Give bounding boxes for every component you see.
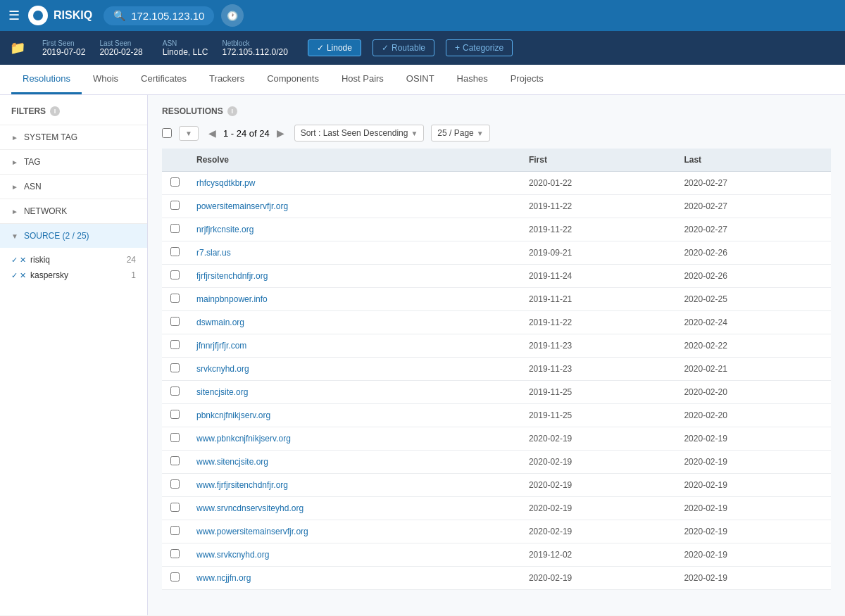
row-checkbox[interactable] <box>170 410 180 419</box>
categorize-button[interactable]: + Categorize <box>446 39 513 56</box>
resolve-link[interactable]: www.pbnkcnjfnikjserv.org <box>196 434 291 444</box>
resolve-link[interactable]: jfnnrjfjrfjr.com <box>196 341 246 351</box>
tab-trackers[interactable]: Trackers <box>198 65 256 94</box>
row-checkbox[interactable] <box>170 503 180 512</box>
table-row: www.sitencjsite.org 2020-02-19 2020-02-1… <box>162 451 831 474</box>
filter-network-header[interactable]: ► NETWORK <box>0 199 147 223</box>
row-checkbox[interactable] <box>170 433 180 442</box>
prev-page-button[interactable]: ◀ <box>206 126 219 140</box>
row-checkbox[interactable] <box>170 572 180 582</box>
row-checkbox[interactable] <box>170 549 180 558</box>
tab-projects[interactable]: Projects <box>499 65 555 94</box>
menu-icon[interactable]: ☰ <box>8 8 20 23</box>
select-dropdown[interactable]: ▼ <box>179 126 199 141</box>
resolve-link[interactable]: rhfcysqdtkbr.pw <box>196 178 255 188</box>
row-checkbox[interactable] <box>170 201 180 210</box>
row-checkbox[interactable] <box>170 386 180 396</box>
row-first-cell: 2019-11-23 <box>520 334 676 358</box>
checkmark-icon: ✓ <box>11 256 18 265</box>
row-resolve-cell: nrjfjrkcnsite.org <box>188 218 520 241</box>
table-row: www.pbnkcnjfnikjserv.org 2020-02-19 2020… <box>162 427 831 451</box>
logo: RISKIQ <box>28 6 92 25</box>
row-checkbox[interactable] <box>170 526 180 535</box>
per-page-label: 25 / Page <box>437 128 473 138</box>
tab-hashes[interactable]: Hashes <box>446 65 499 94</box>
x-icon: ✕ <box>20 256 26 265</box>
tab-host-pairs[interactable]: Host Pairs <box>330 65 395 94</box>
select-all-checkbox[interactable] <box>162 128 172 138</box>
row-last-cell: 2020-02-26 <box>675 265 831 288</box>
row-last-cell: 2020-02-25 <box>675 288 831 311</box>
row-checkbox[interactable] <box>170 270 180 279</box>
page-nav: ◀ 1 - 24 of 24 ▶ <box>206 126 287 140</box>
resolve-link[interactable]: www.srvkcnyhd.org <box>196 550 269 560</box>
filter-tag-header[interactable]: ► TAG <box>0 150 147 174</box>
filters-info-icon[interactable]: i <box>50 106 60 116</box>
table-row: www.ncjjfn.org 2020-02-19 2020-02-19 <box>162 567 831 590</box>
resolve-link[interactable]: www.srvncdnservsiteyhd.org <box>196 503 303 513</box>
resolve-link[interactable]: www.fjrfjrsitenchdnfjr.org <box>196 480 288 490</box>
linode-tag-button[interactable]: ✓ Linode <box>308 39 361 56</box>
row-last-cell: 2020-02-21 <box>675 358 831 381</box>
filter-asn-header[interactable]: ► ASN <box>0 175 147 199</box>
routable-tag-button[interactable]: ✓ Routable <box>373 39 434 56</box>
row-checkbox[interactable] <box>170 224 180 233</box>
resolve-link[interactable]: www.sitencjsite.org <box>196 457 268 467</box>
resolve-link[interactable]: sitencjsite.org <box>196 387 248 397</box>
tab-osint[interactable]: OSINT <box>395 65 446 94</box>
resolve-link[interactable]: dswmain.org <box>196 318 244 327</box>
clock-button[interactable]: 🕐 <box>221 4 244 27</box>
linode-tag-label: Linode <box>327 43 352 53</box>
row-resolve-cell: mainpbnpower.info <box>188 288 520 311</box>
search-bar[interactable]: 🔍 172.105.123.10 <box>104 6 214 25</box>
resolutions-info-icon[interactable]: i <box>227 106 237 116</box>
source-name-kaspersky[interactable]: kaspersky <box>30 270 127 280</box>
row-checkbox[interactable] <box>170 363 180 372</box>
row-checkbox[interactable] <box>170 317 180 326</box>
source-name-riskiq[interactable]: riskiq <box>30 255 123 265</box>
row-checkbox[interactable] <box>170 177 180 187</box>
first-seen-info: First Seen 2019-07-02 <box>42 39 85 57</box>
tab-certificates[interactable]: Certificates <box>130 65 198 94</box>
resolve-link[interactable]: powersitemainservfjr.org <box>196 201 288 211</box>
tab-resolutions[interactable]: Resolutions <box>11 65 82 94</box>
resolve-link[interactable]: www.ncjjfn.org <box>196 573 251 583</box>
row-first-cell: 2020-02-19 <box>520 427 676 451</box>
resolve-link[interactable]: nrjfjrkcnsite.org <box>196 225 254 234</box>
resolve-link[interactable]: srvkcnyhd.org <box>196 364 249 374</box>
row-last-cell: 2020-02-24 <box>675 311 831 334</box>
row-resolve-cell: www.fjrfjrsitenchdnfjr.org <box>188 474 520 497</box>
row-checkbox[interactable] <box>170 479 180 489</box>
resolve-link[interactable]: pbnkcnjfnikjserv.org <box>196 410 270 420</box>
resolve-link[interactable]: fjrfjrsitenchdnfjr.org <box>196 271 268 281</box>
row-checkbox[interactable] <box>170 294 180 303</box>
col-last[interactable]: Last <box>675 149 831 172</box>
tab-components[interactable]: Components <box>256 65 330 94</box>
per-page-dropdown[interactable]: 25 / Page ▼ <box>431 125 489 142</box>
resolve-link[interactable]: mainpbnpower.info <box>196 294 268 304</box>
row-checkbox-cell <box>162 451 188 474</box>
filter-system-tag-header[interactable]: ► SYSTEM TAG <box>0 125 147 149</box>
resolve-link[interactable]: r7.slar.us <box>196 248 231 258</box>
folder-icon: 📁 <box>10 40 25 56</box>
sort-dropdown[interactable]: Sort : Last Seen Descending ▼ <box>294 125 425 142</box>
col-first[interactable]: First <box>520 149 676 172</box>
filter-source-header[interactable]: ▼ SOURCE (2 / 25) <box>0 224 147 248</box>
netblock-label: Netblock <box>223 39 288 47</box>
row-resolve-cell: rhfcysqdtkbr.pw <box>188 172 520 195</box>
next-page-button[interactable]: ▶ <box>274 126 287 140</box>
filter-section-asn: ► ASN <box>0 174 147 199</box>
row-first-cell: 2020-02-19 <box>520 474 676 497</box>
table-row: pbnkcnjfnikjserv.org 2019-11-25 2020-02-… <box>162 404 831 427</box>
col-resolve[interactable]: Resolve <box>188 149 520 172</box>
row-checkbox[interactable] <box>170 340 180 349</box>
table-row: powersitemainservfjr.org 2019-11-22 2020… <box>162 195 831 218</box>
row-resolve-cell: srvkcnyhd.org <box>188 358 520 381</box>
row-checkbox[interactable] <box>170 456 180 465</box>
resolutions-table: Resolve First Last rhfcysqdtkbr.pw 2020-… <box>162 149 831 590</box>
table-row: dswmain.org 2019-11-22 2020-02-24 <box>162 311 831 334</box>
source-content: ✓ ✕ riskiq 24 ✓ ✕ kaspersky 1 <box>0 248 147 289</box>
resolve-link[interactable]: www.powersitemainservfjr.org <box>196 527 308 536</box>
tab-whois[interactable]: Whois <box>82 65 130 94</box>
row-checkbox[interactable] <box>170 247 180 256</box>
